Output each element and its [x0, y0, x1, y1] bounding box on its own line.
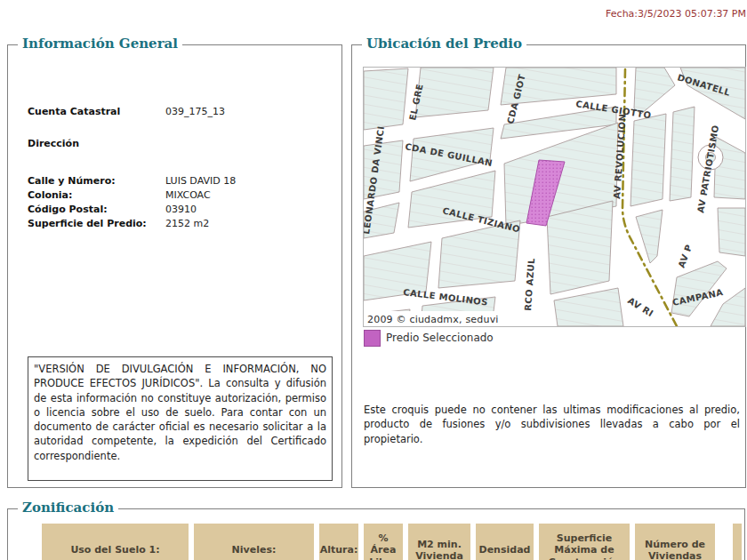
codigo-postal-label: Código Postal:	[28, 204, 108, 215]
col-densidad: Densidad	[476, 524, 534, 560]
date-stamp: Fecha:3/5/2023 05:07:37 PM	[606, 8, 746, 20]
legal-disclaimer-box: "VERSIÓN DE DIVULGACIÓN E INFORMACIÓN, N…	[28, 356, 333, 481]
superficie-predio-label: Superficie del Predio:	[28, 218, 147, 229]
col-superficie-maxima: Superficie Máxima de Construcción	[539, 524, 630, 560]
calle-numero-label: Calle y Número:	[28, 175, 116, 187]
map-attribution: 2009 © ciudadmx, seduvi	[367, 314, 499, 325]
zonificacion-table-header: Uso del Suelo 1: Niveles: Altura: % Área…	[42, 524, 747, 560]
col-numero-viviendas: Número de Viviendas	[635, 524, 715, 560]
predio-location-panel: Ubicación del Predio	[351, 44, 746, 488]
col-altura: Altura:	[319, 524, 358, 560]
predio-location-title: Ubicación del Predio	[362, 36, 526, 52]
calle-numero-value: LUIS DAVID 18	[165, 175, 236, 187]
croquis-note: Este croquis puede no contener las ultim…	[364, 403, 740, 446]
colonia-value: MIXCOAC	[165, 189, 211, 201]
predio-consulta-page: { "page": { "date": "Fecha:3/5/2023 05:0…	[0, 0, 747, 560]
zonificacion-panel: Zonificación Uso del Suelo 1: Niveles: A…	[7, 508, 745, 560]
croquis-map-svg: EL GRE CDA GIOT CALLE GIOTTO DONATELL CD…	[364, 68, 745, 326]
selected-parcel-swatch	[364, 330, 381, 347]
selected-parcel-label: Predio Seleccionado	[386, 332, 494, 344]
map-legend: Predio Seleccionado	[364, 330, 494, 346]
superficie-predio-value: 2152 m2	[165, 218, 209, 229]
colonia-label: Colonia:	[28, 189, 72, 201]
cuenta-catastral-value: 039_175_13	[165, 106, 225, 117]
croquis-map: EL GRE CDA GIOT CALLE GIOTTO DONATELL CD…	[363, 67, 746, 327]
cuenta-catastral-label: Cuenta Catastral	[28, 106, 120, 117]
zonificacion-title: Zonificación	[18, 500, 118, 516]
col-area-libre: % Área Libre	[364, 524, 403, 560]
col-m2-min-vivienda: M2 min. Vivienda	[408, 524, 470, 560]
codigo-postal-value: 03910	[165, 204, 197, 215]
col-niveles: Niveles:	[194, 524, 314, 560]
direccion-heading: Dirección	[28, 138, 79, 149]
general-info-title: Información General	[18, 36, 182, 52]
general-info-panel: Información General Cuenta Catastral 039…	[7, 44, 342, 488]
table-header-cell-partial	[733, 524, 742, 560]
col-uso-del-suelo: Uso del Suelo 1:	[42, 524, 189, 560]
